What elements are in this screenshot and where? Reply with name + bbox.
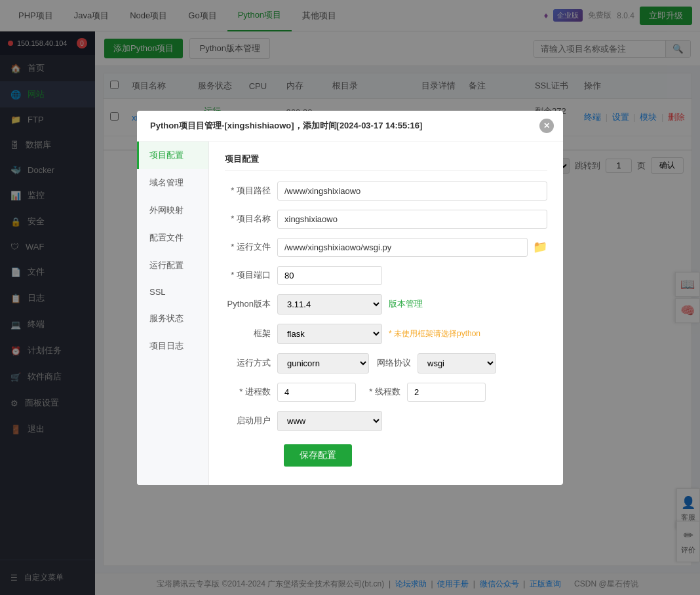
process-label: * 进程数 <box>225 386 277 398</box>
modal-sidebar-item-projectlog[interactable]: 项目日志 <box>137 332 208 360</box>
modal-sidebar-item-configfile[interactable]: 配置文件 <box>137 224 208 252</box>
run-file-label: * 运行文件 <box>225 241 277 253</box>
start-user-select[interactable]: www <box>277 411 382 431</box>
port-input[interactable] <box>277 266 382 285</box>
start-user-label: 启动用户 <box>225 415 277 427</box>
network-label: 网络协议 <box>372 357 418 369</box>
run-mode-label: 运行方式 <box>225 357 277 369</box>
modal-overlay[interactable]: Python项目目管理-[xingshishiaowo]，添加时间[2024-0… <box>0 0 700 595</box>
port-label: * 项目端口 <box>225 269 277 281</box>
version-mgr-link[interactable]: 版本管理 <box>389 298 423 310</box>
project-name-label: * 项目名称 <box>225 213 277 225</box>
project-path-input[interactable] <box>277 182 547 201</box>
file-picker-icon[interactable]: 📁 <box>533 240 547 254</box>
modal-sidebar-item-external[interactable]: 外网映射 <box>137 197 208 224</box>
project-name-input[interactable] <box>277 210 547 229</box>
python-version-label: Python版本 <box>225 298 277 310</box>
modal-sidebar-item-ssl[interactable]: SSL <box>137 279 208 305</box>
framework-hint: * 未使用框架请选择python <box>389 328 480 339</box>
thread-label: * 线程数 <box>361 386 407 398</box>
modal-sidebar-item-service[interactable]: 服务状态 <box>137 305 208 332</box>
project-path-label: * 项目路径 <box>225 185 277 197</box>
framework-select[interactable]: flask <box>277 324 382 344</box>
run-mode-select[interactable]: gunicorn <box>277 353 369 374</box>
modal: Python项目目管理-[xingshishiaowo]，添加时间[2024-0… <box>137 111 563 485</box>
modal-sidebar-item-config[interactable]: 项目配置 <box>137 142 208 169</box>
modal-close-button[interactable]: ✕ <box>539 119 554 133</box>
modal-sidebar-item-domain[interactable]: 域名管理 <box>137 169 208 197</box>
modal-header: Python项目目管理-[xingshishiaowo]，添加时间[2024-0… <box>137 111 563 142</box>
thread-input[interactable] <box>407 383 486 402</box>
modal-sidebar-item-runtime[interactable]: 运行配置 <box>137 252 208 279</box>
network-select[interactable]: wsgi <box>418 353 496 374</box>
run-file-input[interactable] <box>277 238 528 257</box>
framework-label: 框架 <box>225 328 277 339</box>
process-input[interactable] <box>277 383 356 402</box>
python-version-select[interactable]: 3.11.4 <box>277 294 382 315</box>
form-section-title: 项目配置 <box>225 153 547 171</box>
save-config-button[interactable]: 保存配置 <box>284 444 352 467</box>
